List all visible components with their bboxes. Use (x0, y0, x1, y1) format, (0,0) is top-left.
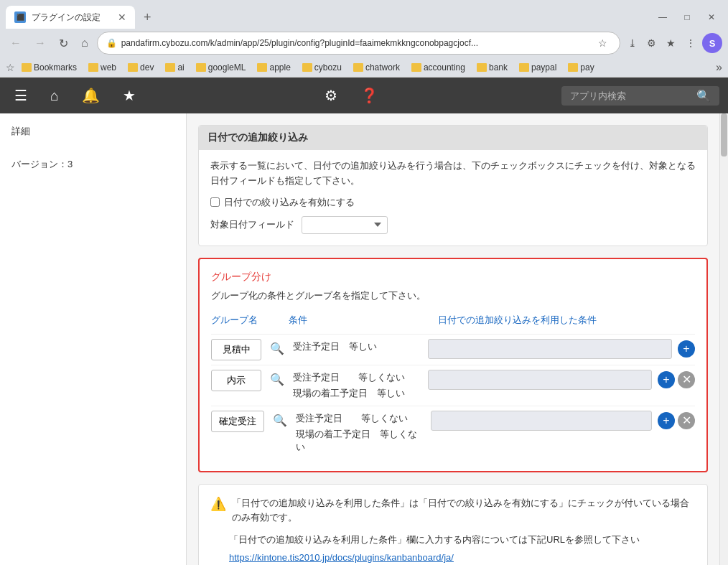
bookmark-cybozu[interactable]: cybozu (297, 61, 347, 74)
app-search-submit-button[interactable]: 🔍 (696, 89, 711, 103)
bookmark-accounting[interactable]: accounting (406, 61, 470, 74)
bookmark-label: paypal (531, 62, 556, 73)
date-input-field-2[interactable] (428, 370, 652, 390)
scrollbar-thumb[interactable] (721, 113, 727, 157)
bookmark-apple[interactable]: apple (252, 61, 295, 74)
bookmarks-bar: ☆ Bookmarks web dev ai googleML apple cy… (0, 57, 728, 78)
add-condition-button-2[interactable]: + (658, 371, 675, 388)
condition-line-2a: 受注予定日 等しくない (293, 370, 422, 386)
warning-text-2: 「日付での追加絞り込みを利用した条件」欄に入力する内容については下記URLを参照… (229, 533, 696, 548)
bookmark-dev[interactable]: dev (123, 61, 159, 74)
date-filter-description: 表示する一覧において、日付での追加絞り込みを行う場合は、下のチェックボックスにチ… (210, 159, 696, 189)
content-area: 日付での追加絞り込み 表示する一覧において、日付での追加絞り込みを行う場合は、下… (187, 113, 719, 565)
app-search-input[interactable] (570, 90, 691, 101)
reload-button[interactable]: ↻ (55, 35, 73, 52)
group-name-button-1[interactable]: 見積中 (211, 339, 261, 360)
home-button[interactable]: ⌂ (77, 35, 93, 51)
date-input-col-3 (431, 411, 652, 431)
date-filter-checkbox-row: 日付での絞り込みを有効にする (210, 196, 696, 209)
warning-link[interactable]: https://kintone.tis2010.jp/docs/plugins/… (229, 552, 454, 563)
bookmark-star-button[interactable]: ☆ (594, 35, 611, 51)
folder-icon (196, 63, 206, 72)
active-tab[interactable]: ⬛ プラグインの設定 ✕ (6, 6, 135, 29)
group-name-button-3[interactable]: 確定受注 (211, 411, 264, 432)
conditions-col-3: 受注予定日 等しくない 現場の着工予定日 等しくない (296, 411, 425, 455)
home-app-button[interactable]: ⌂ (45, 85, 65, 107)
maximize-button[interactable]: □ (676, 10, 698, 24)
lock-icon: 🔒 (106, 38, 117, 48)
forward-button[interactable]: → (30, 35, 50, 51)
date-input-field-1[interactable] (428, 339, 672, 359)
folder-icon (128, 63, 138, 72)
bookmark-label: Bookmarks (34, 62, 77, 73)
search-condition-button-2[interactable]: 🔍 (267, 370, 287, 389)
date-filter-section: 日付での追加絞り込み 表示する一覧において、日付での追加絞り込みを行う場合は、下… (198, 125, 708, 246)
date-input-col-2 (428, 370, 652, 390)
date-field-label: 対象日付フィールド (210, 218, 294, 231)
warning-text-1: 「日付での追加絞り込みを利用した条件」は「日付での絞り込みを有効にする」にチェッ… (232, 496, 696, 526)
tab-favicon: ⬛ (14, 11, 26, 23)
date-field-select[interactable] (302, 216, 388, 234)
condition-line-3a: 受注予定日 等しくない (296, 411, 425, 426)
warning-icon: ⚠️ (210, 496, 226, 526)
search-condition-button-3[interactable]: 🔍 (270, 411, 290, 430)
group-section: グループ分け グループ化の条件とグループ名を指定して下さい。 グループ名 条件 … (198, 258, 708, 472)
delete-condition-button-3[interactable]: ✕ (678, 412, 695, 429)
row-actions-3: + ✕ (658, 411, 695, 429)
bookmark-label: googleML (208, 62, 246, 73)
main-layout: 詳細 バージョン：3 日付での追加絞り込み 表示する一覧において、日付での追加絞… (0, 113, 728, 565)
downloads-button[interactable]: ⤓ (625, 33, 640, 53)
bookmark-bookmarks[interactable]: Bookmarks (17, 61, 82, 74)
bookmark-bank[interactable]: bank (472, 61, 513, 74)
bookmark-label: bank (489, 62, 508, 73)
bookmark-ai[interactable]: ai (160, 61, 189, 74)
extensions-button[interactable]: ⚙ (643, 33, 660, 53)
bookmark-pay[interactable]: pay (563, 61, 599, 74)
conditions-col-1: 受注予定日 等しい (293, 339, 422, 355)
window-controls: — □ ✕ (652, 10, 722, 24)
help-button[interactable]: ❓ (355, 84, 384, 107)
bookmark-label: ai (177, 62, 184, 73)
close-button[interactable]: ✕ (701, 10, 722, 24)
minimize-button[interactable]: — (652, 10, 673, 24)
bookmarks-star-icon: ☆ (6, 62, 15, 73)
scrollbar-track[interactable] (719, 113, 728, 565)
sidebar: 詳細 バージョン：3 (0, 113, 187, 565)
delete-condition-button-2[interactable]: ✕ (678, 371, 695, 388)
bookmark-label: web (101, 62, 116, 73)
group-name-button-2[interactable]: 内示 (211, 370, 261, 391)
folder-icon (519, 63, 529, 72)
table-row: 見積中 🔍 受注予定日 等しい + (211, 334, 695, 365)
menu-button[interactable]: ⋮ (682, 33, 699, 53)
col-date-condition: 日付での追加絞り込みを利用した条件 (438, 314, 695, 327)
bookmark-chatwork[interactable]: chatwork (348, 61, 405, 74)
search-condition-button-1[interactable]: 🔍 (267, 339, 287, 358)
bookmarks-more-button[interactable]: » (716, 61, 722, 74)
tab-close-button[interactable]: ✕ (118, 11, 126, 23)
settings-gear-button[interactable]: ⚙ (319, 84, 343, 107)
group-section-description: グループ化の条件とグループ名を指定して下さい。 (211, 289, 695, 302)
date-input-field-3[interactable] (431, 411, 652, 431)
favorites-button[interactable]: ★ (117, 84, 141, 107)
bookmark-googleml[interactable]: googleML (191, 61, 251, 74)
nav-icons: ⤓ ⚙ ★ ⋮ S (625, 33, 722, 53)
date-filter-checkbox[interactable] (210, 197, 220, 207)
add-condition-button-1[interactable]: + (678, 340, 695, 358)
bookmark-web[interactable]: web (83, 61, 121, 74)
col-group-name: グループ名 (211, 314, 283, 327)
new-tab-button[interactable]: + (138, 7, 157, 28)
date-input-col-1 (428, 339, 672, 359)
notification-bell-button[interactable]: 🔔 (76, 84, 106, 107)
add-condition-button-3[interactable]: + (658, 412, 675, 429)
bookmark-label: apple (269, 62, 290, 73)
app-search-bar[interactable]: 🔍 (561, 86, 719, 106)
folder-icon (302, 63, 312, 72)
group-section-title: グループ分け (211, 271, 695, 284)
menu-toggle-button[interactable]: ☰ (9, 84, 33, 107)
bookmark-paypal[interactable]: paypal (514, 61, 561, 74)
back-button[interactable]: ← (6, 35, 26, 51)
address-bar[interactable]: 🔒 pandafirm.cybozu.com/k/admin/app/25/pl… (97, 32, 620, 55)
condition-line-2b: 現場の着工予定日 等しい (293, 386, 422, 401)
star-button[interactable]: ★ (663, 33, 679, 53)
profile-button[interactable]: S (702, 33, 722, 53)
